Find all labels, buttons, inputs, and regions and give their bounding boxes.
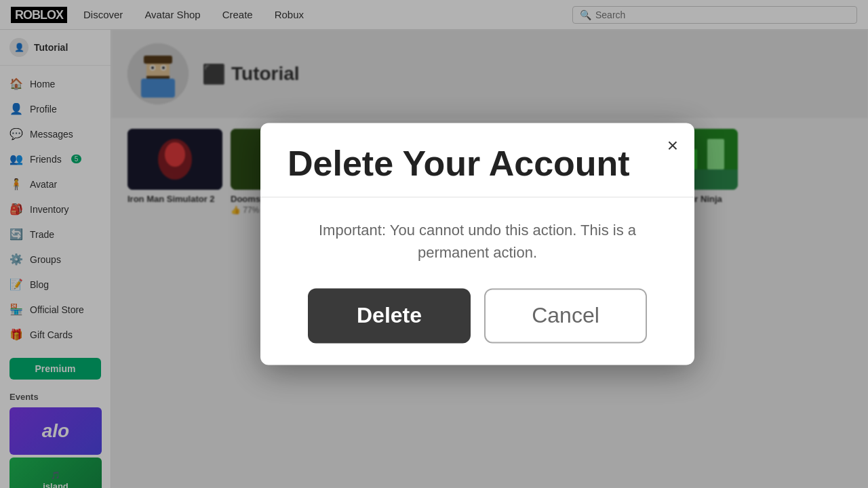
modal-warning-text: Important: You cannot undo this action. … xyxy=(288,220,667,264)
delete-account-modal: Delete Your Account × Important: You can… xyxy=(260,123,694,365)
delete-button[interactable]: Delete xyxy=(308,289,471,344)
modal-header: Delete Your Account × xyxy=(260,123,694,197)
modal-title: Delete Your Account xyxy=(288,144,667,183)
modal-close-button[interactable]: × xyxy=(667,136,678,155)
modal-body: Important: You cannot undo this action. … xyxy=(260,198,694,365)
modal-actions: Delete Cancel xyxy=(288,289,667,344)
cancel-button[interactable]: Cancel xyxy=(484,289,647,344)
